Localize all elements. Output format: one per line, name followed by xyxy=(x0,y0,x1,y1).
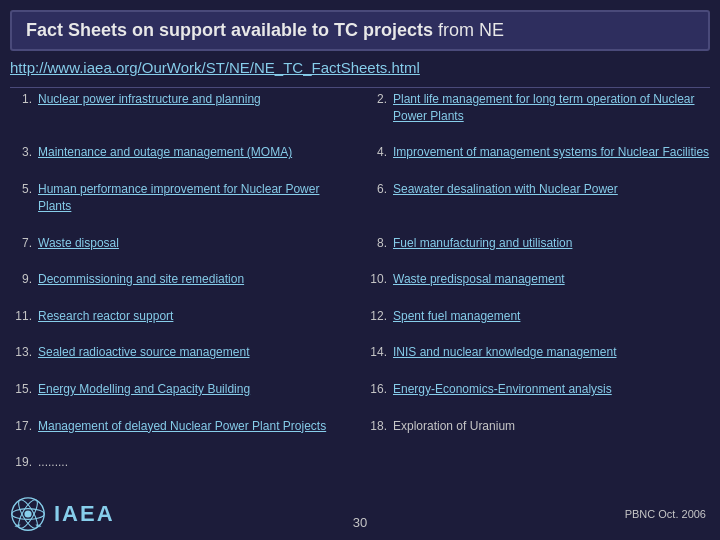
list-item: 1.Nuclear power infrastructure and plann… xyxy=(10,90,355,143)
item-number: 7. xyxy=(10,236,38,250)
list-item: 3.Maintenance and outage management (MOM… xyxy=(10,143,355,180)
item-number: 11. xyxy=(10,309,38,323)
item-number: 17. xyxy=(10,419,38,433)
item-number: 9. xyxy=(10,272,38,286)
list-item: 4.Improvement of management systems for … xyxy=(365,143,710,180)
item-number: 1. xyxy=(10,92,38,106)
list-item: 11.Research reactor support xyxy=(10,307,355,344)
item-number: 13. xyxy=(10,345,38,359)
item-text: Exploration of Uranium xyxy=(393,418,515,435)
title-bar: Fact Sheets on support available to TC p… xyxy=(10,10,710,51)
items-list: 1.Nuclear power infrastructure and plann… xyxy=(10,90,710,490)
item-text[interactable]: Energy-Economics-Environment analysis xyxy=(393,381,612,398)
list-item: 16.Energy-Economics-Environment analysis xyxy=(365,380,710,417)
item-number: 10. xyxy=(365,272,393,286)
conference-label: PBNC Oct. 2006 xyxy=(625,508,706,520)
item-text[interactable]: Nuclear power infrastructure and plannin… xyxy=(38,91,261,108)
item-text[interactable]: Energy Modelling and Capacity Building xyxy=(38,381,250,398)
item-text[interactable]: Decommissioning and site remediation xyxy=(38,271,244,288)
item-number: 18. xyxy=(365,419,393,433)
list-item: 8.Fuel manufacturing and utilisation xyxy=(365,234,710,271)
slide: Fact Sheets on support available to TC p… xyxy=(0,0,720,540)
item-text: ......... xyxy=(38,454,68,471)
logo-area: IAEA xyxy=(10,496,115,532)
item-number: 2. xyxy=(365,92,393,106)
item-text[interactable]: Improvement of management systems for Nu… xyxy=(393,144,709,161)
item-text[interactable]: Sealed radioactive source management xyxy=(38,344,249,361)
list-item: 9.Decommissioning and site remediation xyxy=(10,270,355,307)
item-text[interactable]: Management of delayed Nuclear Power Plan… xyxy=(38,418,326,435)
item-text[interactable]: Maintenance and outage management (MOMA) xyxy=(38,144,292,161)
item-text[interactable]: Waste disposal xyxy=(38,235,119,252)
list-item: 19.......... xyxy=(10,453,355,490)
list-item: 13.Sealed radioactive source management xyxy=(10,343,355,380)
list-item: 12.Spent fuel management xyxy=(365,307,710,344)
item-text[interactable]: Plant life management for long term oper… xyxy=(393,91,710,125)
item-number: 8. xyxy=(365,236,393,250)
item-number: 12. xyxy=(365,309,393,323)
list-item: 6.Seawater desalination with Nuclear Pow… xyxy=(365,180,710,233)
list-item: 7.Waste disposal xyxy=(10,234,355,271)
slide-title: Fact Sheets on support available to TC p… xyxy=(26,20,504,40)
page-number: 30 xyxy=(353,515,367,530)
item-number: 3. xyxy=(10,145,38,159)
iaea-logo-icon xyxy=(10,496,46,532)
iaea-label: IAEA xyxy=(54,501,115,527)
list-item: 10.Waste predisposal management xyxy=(365,270,710,307)
list-item: 18.Exploration of Uranium xyxy=(365,417,710,454)
item-number: 16. xyxy=(365,382,393,396)
item-text[interactable]: INIS and nuclear knowledge management xyxy=(393,344,616,361)
svg-point-1 xyxy=(24,510,31,517)
item-text[interactable]: Human performance improvement for Nuclea… xyxy=(38,181,355,215)
list-item: 17.Management of delayed Nuclear Power P… xyxy=(10,417,355,454)
item-number: 19. xyxy=(10,455,38,469)
item-number: 6. xyxy=(365,182,393,196)
item-number: 15. xyxy=(10,382,38,396)
item-text[interactable]: Fuel manufacturing and utilisation xyxy=(393,235,572,252)
item-number: 5. xyxy=(10,182,38,196)
divider xyxy=(10,87,710,88)
title-bold: Fact Sheets on support available to TC p… xyxy=(26,20,433,40)
list-item: 2.Plant life management for long term op… xyxy=(365,90,710,143)
list-item: 15.Energy Modelling and Capacity Buildin… xyxy=(10,380,355,417)
url-line: http://www.iaea.org/OurWork/ST/NE/NE_TC_… xyxy=(10,57,710,79)
content-area: 1.Nuclear power infrastructure and plann… xyxy=(10,90,710,490)
item-number: 4. xyxy=(365,145,393,159)
item-text[interactable]: Seawater desalination with Nuclear Power xyxy=(393,181,618,198)
list-item: 14.INIS and nuclear knowledge management xyxy=(365,343,710,380)
item-text[interactable]: Research reactor support xyxy=(38,308,173,325)
url-text[interactable]: http://www.iaea.org/OurWork/ST/NE/NE_TC_… xyxy=(10,59,420,76)
item-number: 14. xyxy=(365,345,393,359)
item-text[interactable]: Spent fuel management xyxy=(393,308,520,325)
item-text[interactable]: Waste predisposal management xyxy=(393,271,565,288)
title-normal: from NE xyxy=(433,20,504,40)
list-item: 5.Human performance improvement for Nucl… xyxy=(10,180,355,233)
